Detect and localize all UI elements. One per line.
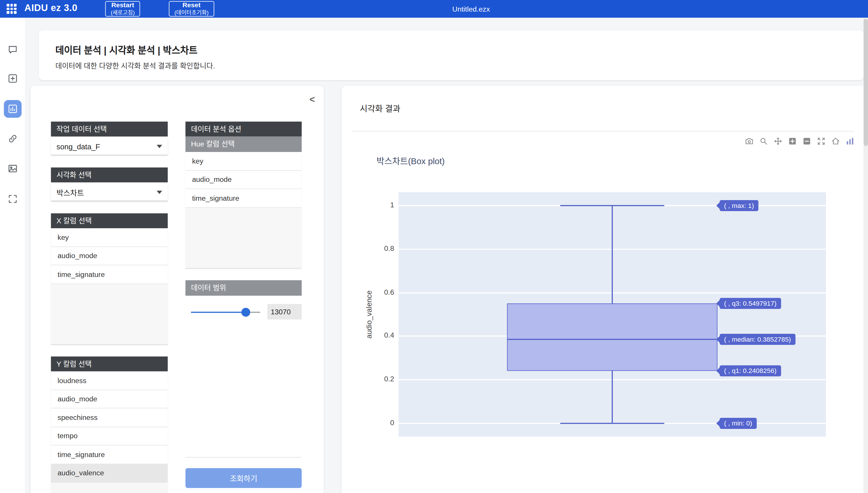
- sidebar-item-link[interactable]: [3, 130, 21, 148]
- chart-square-icon: [7, 103, 18, 114]
- hue-column-list: keyaudio_modetime_signature: [185, 152, 302, 269]
- plot-modebar: [745, 136, 855, 146]
- app-window: AIDU ez 3.0 Restart (새로고침) Reset (데이터초기화…: [0, 0, 868, 493]
- page-header-card: 데이터 분석 | 시각화 분석 | 박스차트 데이터에 대한 다양한 시각화 분…: [39, 30, 863, 80]
- annotation-badge: ( , q1: 0.2408256): [720, 365, 781, 377]
- zoom-icon[interactable]: [759, 136, 768, 146]
- y-tick-label: 0: [364, 419, 394, 427]
- x-column-header: X 칼럼 선택: [51, 213, 167, 228]
- result-title: 시각화 결과: [360, 102, 400, 114]
- y-column-option[interactable]: loudness: [51, 371, 167, 390]
- annotation-badge: ( , median: 0.3852785): [720, 334, 795, 345]
- annotation-badge: ( , max: 1): [720, 200, 759, 211]
- sidebar-item-fullscreen[interactable]: [3, 190, 21, 208]
- annotation-badge: ( , min: 0): [720, 418, 756, 429]
- max-whisker-cap: [560, 205, 664, 206]
- file-name: Untitled.ezx: [452, 5, 490, 13]
- analysis-options-header: 데이터 분석 옵션: [185, 122, 302, 136]
- x-column-option[interactable]: time_signature: [51, 265, 167, 284]
- zoom-in-icon[interactable]: [788, 136, 797, 146]
- panel-collapse-button[interactable]: <: [309, 94, 315, 106]
- work-data-dropdown[interactable]: song_data_F: [51, 138, 167, 155]
- page-title: 데이터 분석 | 시각화 분석 | 박스차트: [56, 43, 198, 57]
- median-line: [507, 339, 718, 340]
- result-divider: [351, 131, 854, 132]
- min-whisker-cap: [560, 423, 664, 424]
- chevron-down-icon: [157, 191, 162, 194]
- y-tick-label: 0.4: [364, 331, 394, 340]
- x-column-option[interactable]: audio_mode: [51, 247, 167, 265]
- restart-button[interactable]: Restart (새로고침): [105, 1, 140, 17]
- app-title: AIDU ez 3.0: [24, 3, 78, 14]
- viz-select-header: 시각화 선택: [51, 167, 167, 182]
- sidebar-item-add[interactable]: [3, 70, 21, 87]
- y-column-option[interactable]: time_signature: [51, 446, 167, 464]
- hue-column-option[interactable]: audio_mode: [185, 171, 302, 189]
- work-data-value: song_data_F: [57, 143, 100, 151]
- y-tick-label: 0.6: [364, 288, 394, 296]
- lower-whisker: [612, 371, 613, 423]
- chevron-down-icon: [157, 145, 162, 148]
- plot-area[interactable]: ( , max: 1)( , q3: 0.5497917)( , median:…: [399, 192, 826, 436]
- data-range-header: 데이터 범위: [185, 280, 302, 296]
- y-column-option[interactable]: speechiness: [51, 408, 167, 427]
- upper-whisker: [612, 205, 613, 304]
- scrollbar[interactable]: [864, 18, 868, 493]
- media-icon: [7, 163, 18, 174]
- link-icon: [7, 133, 18, 144]
- data-range-value[interactable]: 13070: [267, 304, 302, 319]
- x-column-list: keyaudio_modetime_signature: [51, 228, 167, 345]
- viz-select-dropdown[interactable]: 박스차트: [51, 184, 167, 201]
- restart-button-label: Restart: [111, 2, 134, 9]
- scrollbar-thumb[interactable]: [864, 19, 868, 146]
- chart-title: 박스차트(Box plot): [377, 154, 445, 167]
- panel-divider: [185, 457, 302, 458]
- icon-sidebar: [0, 18, 25, 493]
- topbar: AIDU ez 3.0 Restart (새로고침) Reset (데이터초기화…: [0, 0, 868, 18]
- y-column-option[interactable]: audio_mode: [51, 390, 167, 409]
- y-tick-labels: 00.20.40.60.81: [364, 192, 394, 436]
- y-tick-label: 0.8: [364, 244, 394, 253]
- y-tick-label: 1: [364, 200, 394, 209]
- app-grid-icon[interactable]: [7, 4, 17, 14]
- chart-container: audio_valence 00.20.40.60.81 ( , max: 1)…: [364, 192, 862, 436]
- x-column-option[interactable]: key: [51, 228, 167, 247]
- y-tick-label: 0.2: [364, 375, 394, 383]
- y-column-option[interactable]: tempo: [51, 427, 167, 446]
- plus-square-icon: [7, 73, 18, 84]
- y-column-list: loudnessaudio_modespeechinesstempotime_s…: [51, 371, 167, 493]
- y-column-option[interactable]: audio_valence: [51, 464, 167, 483]
- sidebar-item-chat[interactable]: [3, 41, 21, 59]
- page-subtitle: 데이터에 대한 다양한 시각화 분석 결과를 확인합니다.: [56, 60, 215, 71]
- chat-icon: [7, 44, 18, 55]
- reset-axes-home-icon[interactable]: [831, 136, 840, 146]
- fullscreen-icon: [7, 193, 18, 205]
- y-column-header: Y 칼럼 선택: [51, 357, 167, 371]
- slider-handle[interactable]: [241, 308, 250, 317]
- slider-track-fill: [191, 312, 246, 313]
- plotly-logo-icon[interactable]: [845, 136, 855, 146]
- viz-select-value: 박스차트: [57, 187, 84, 198]
- hue-column-option[interactable]: time_signature: [185, 189, 302, 208]
- sidebar-item-media[interactable]: [3, 160, 21, 177]
- reset-button-label: Reset: [183, 2, 201, 9]
- hue-column-option[interactable]: key: [185, 152, 302, 171]
- autoscale-icon[interactable]: [816, 136, 826, 146]
- work-data-header: 작업 데이터 선택: [51, 122, 167, 136]
- result-panel: 시각화 결과: [342, 86, 864, 493]
- zoom-out-icon[interactable]: [802, 136, 811, 146]
- hue-column-header: Hue 칼럼 선택: [185, 136, 302, 152]
- data-range-slider-row: 13070: [185, 303, 302, 322]
- reset-button[interactable]: Reset (데이터초기화): [169, 1, 214, 17]
- camera-icon[interactable]: [745, 136, 754, 146]
- sidebar-item-visualization[interactable]: [3, 100, 21, 118]
- query-button[interactable]: 조회하기: [185, 468, 302, 488]
- reset-button-sublabel: (데이터초기화): [175, 9, 209, 16]
- iqr-box: [507, 304, 718, 371]
- annotation-badge: ( , q3: 0.5497917): [720, 298, 781, 309]
- restart-button-sublabel: (새로고침): [110, 9, 135, 16]
- control-panel: < 작업 데이터 선택 song_data_F 시각화 선택 박스차트 X 칼럼…: [31, 86, 324, 493]
- pan-icon[interactable]: [773, 136, 783, 146]
